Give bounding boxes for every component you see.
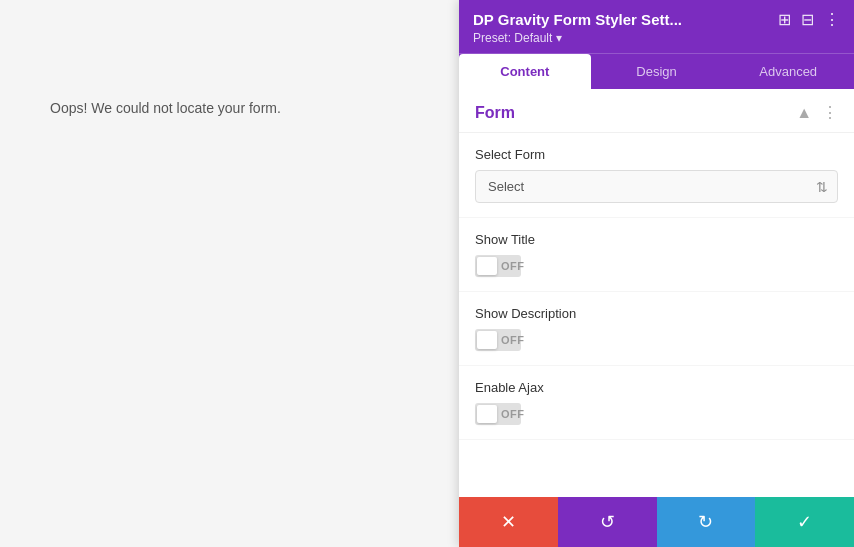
show-title-label: Show Title	[475, 232, 838, 247]
layout-icon[interactable]: ⊟	[801, 10, 814, 29]
enable-ajax-label: Enable Ajax	[475, 380, 838, 395]
tab-advanced[interactable]: Advanced	[722, 54, 854, 89]
select-form-field: Select Form Select ⇅	[459, 133, 854, 218]
tab-content[interactable]: Content	[459, 54, 591, 89]
section-header: Form ▲ ⋮	[459, 89, 854, 133]
toggle-knob-2	[477, 331, 497, 349]
panel-header-icons: ⊞ ⊟ ⋮	[778, 10, 840, 29]
show-description-toggle-label: OFF	[501, 334, 525, 346]
toggle-knob	[477, 257, 497, 275]
show-title-toggle[interactable]: OFF	[475, 255, 521, 277]
expand-icon[interactable]: ⊞	[778, 10, 791, 29]
error-message: Oops! We could not locate your form.	[50, 100, 281, 116]
more-icon[interactable]: ⋮	[824, 10, 840, 29]
section-more-icon[interactable]: ⋮	[822, 103, 838, 122]
redo-button[interactable]: ↻	[657, 497, 756, 547]
select-form-label: Select Form	[475, 147, 838, 162]
show-title-toggle-row: OFF	[475, 255, 838, 277]
show-title-toggle-label: OFF	[501, 260, 525, 272]
panel-header: DP Gravity Form Styler Sett... ⊞ ⊟ ⋮ Pre…	[459, 0, 854, 53]
select-form-wrapper: Select ⇅	[475, 170, 838, 203]
section-collapse-icon[interactable]: ▲	[796, 104, 812, 122]
panel-footer: ✕ ↺ ↻ ✓	[459, 497, 854, 547]
canvas: Oops! We could not locate your form. DP …	[0, 0, 854, 547]
settings-panel: DP Gravity Form Styler Sett... ⊞ ⊟ ⋮ Pre…	[459, 0, 854, 547]
save-button[interactable]: ✓	[755, 497, 854, 547]
undo-button[interactable]: ↺	[558, 497, 657, 547]
section-header-icons: ▲ ⋮	[796, 103, 838, 122]
toggle-knob-3	[477, 405, 497, 423]
panel-title: DP Gravity Form Styler Sett...	[473, 11, 768, 28]
cancel-button[interactable]: ✕	[459, 497, 558, 547]
tab-design[interactable]: Design	[591, 54, 723, 89]
show-title-field: Show Title OFF	[459, 218, 854, 292]
select-form-input[interactable]: Select	[475, 170, 838, 203]
enable-ajax-toggle-row: OFF	[475, 403, 838, 425]
show-description-label: Show Description	[475, 306, 838, 321]
section-title: Form	[475, 104, 515, 122]
show-description-toggle[interactable]: OFF	[475, 329, 521, 351]
panel-header-top: DP Gravity Form Styler Sett... ⊞ ⊟ ⋮	[473, 10, 840, 29]
enable-ajax-toggle[interactable]: OFF	[475, 403, 521, 425]
show-description-field: Show Description OFF	[459, 292, 854, 366]
panel-body: Form ▲ ⋮ Select Form Select ⇅ Show Title	[459, 89, 854, 497]
enable-ajax-field: Enable Ajax OFF	[459, 366, 854, 440]
show-description-toggle-row: OFF	[475, 329, 838, 351]
enable-ajax-toggle-label: OFF	[501, 408, 525, 420]
preset-label[interactable]: Preset: Default ▾	[473, 31, 840, 45]
panel-tabs: Content Design Advanced	[459, 53, 854, 89]
